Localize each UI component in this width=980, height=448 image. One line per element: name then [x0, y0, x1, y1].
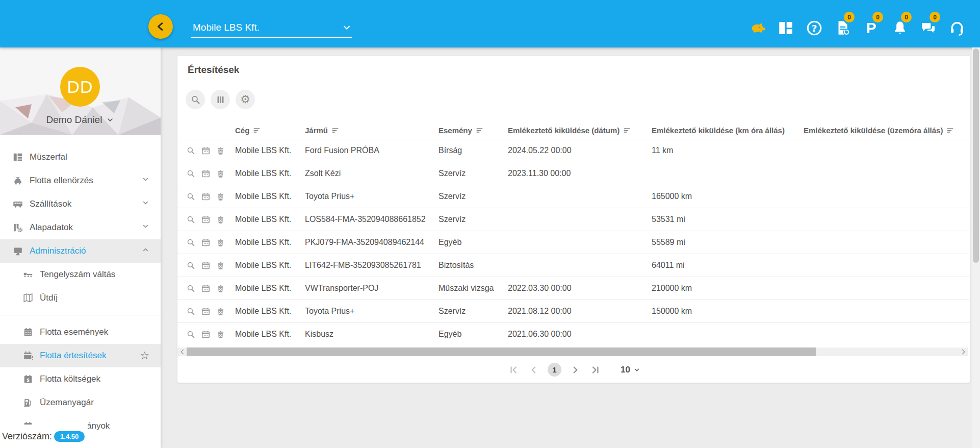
reports-button[interactable]: 0 — [833, 16, 853, 37]
header-reminder-hours[interactable]: Emlékeztető kiküldése (üzemóra állás) — [804, 126, 970, 135]
fuel-pump-icon: F — [22, 397, 34, 408]
table-row[interactable]: Mobile LBS Kft. Toyota Prius+ Szervíz 16… — [177, 185, 970, 208]
sidebar-nav: Müszerfal Flotta ellenörzés Szállítások … — [0, 145, 161, 438]
back-button[interactable] — [148, 14, 173, 39]
avatar[interactable]: DD — [60, 67, 100, 107]
sidebar-item-fleet-check[interactable]: Flotta ellenörzés — [0, 169, 161, 192]
piggy-bank-button[interactable] — [747, 16, 767, 37]
vertical-scrollbar[interactable] — [972, 47, 980, 448]
row-view-button[interactable] — [186, 261, 196, 270]
last-page-button[interactable] — [589, 363, 602, 377]
row-calendar-button[interactable] — [201, 215, 211, 225]
header-reminder-date[interactable]: Emlékeztető kiküldése (dátum) — [508, 126, 652, 135]
row-calendar-button[interactable] — [201, 284, 211, 293]
dashboard-grid-button[interactable] — [776, 16, 795, 37]
row-calendar-button[interactable] — [201, 146, 211, 156]
row-calendar-button[interactable] — [201, 192, 211, 202]
row-delete-button[interactable] — [216, 284, 225, 293]
sidebar-item-fuel-price[interactable]: F Üzemanyagár — [0, 391, 161, 414]
cell-company: Mobile LBS Kft. — [235, 192, 305, 201]
user-menu[interactable]: Demo Dániel — [0, 114, 161, 126]
favorite-star-icon[interactable]: ☆ — [140, 350, 149, 362]
sidebar-item-fleet-costs[interactable]: $ Flotta költségek — [0, 367, 161, 391]
table-row[interactable]: Mobile LBS Kft. Ford Fusion PRÓBA Bírság… — [177, 139, 970, 162]
header-vehicle[interactable]: Jármű — [305, 126, 439, 135]
row-delete-button[interactable] — [216, 146, 225, 156]
cell-event: Szervíz — [439, 215, 508, 224]
sidebar-item-master-data[interactable]: Alapadatok — [0, 216, 161, 239]
sidebar-item-label: Szállítások — [30, 199, 71, 209]
cell-vehicle: Zsolt Kézi — [305, 169, 439, 178]
sidebar-item-transports[interactable]: Szállítások — [0, 192, 161, 216]
cell-event: Egyéb — [439, 238, 508, 247]
horizontal-scroll-thumb[interactable] — [187, 347, 816, 356]
messages-button[interactable]: 0 — [918, 16, 938, 37]
piggy-bank-icon — [749, 19, 766, 37]
row-calendar-button[interactable] — [201, 330, 211, 339]
settings-button[interactable]: ⚙ — [236, 90, 255, 109]
header-event[interactable]: Esemény — [439, 126, 508, 135]
table-row[interactable]: Mobile LBS Kft. Kisbusz Egyéb 2021.06.30… — [177, 322, 970, 345]
notifications-button[interactable]: 0 — [890, 16, 910, 37]
header-company[interactable]: Cég — [235, 126, 305, 135]
first-page-button[interactable] — [507, 363, 520, 377]
row-delete-button[interactable] — [216, 238, 225, 247]
row-view-button[interactable] — [186, 330, 196, 339]
help-button[interactable]: ? — [804, 16, 824, 37]
next-page-button[interactable] — [569, 363, 582, 377]
row-calendar-button[interactable] — [201, 307, 211, 316]
row-view-button[interactable] — [186, 215, 196, 225]
scroll-left-arrow[interactable] — [178, 347, 186, 356]
table-row[interactable]: Mobile LBS Kft. VWTransporter-POJ Műszak… — [177, 277, 970, 300]
row-view-button[interactable] — [186, 238, 196, 247]
row-view-button[interactable] — [186, 284, 196, 293]
vertical-scroll-thumb[interactable] — [973, 48, 979, 263]
row-view-button[interactable] — [186, 192, 196, 202]
search-button[interactable] — [186, 90, 205, 109]
sort-icon — [623, 127, 631, 134]
table-row[interactable]: Mobile LBS Kft. Zsolt Kézi Szervíz 2023.… — [177, 162, 970, 185]
row-view-button[interactable] — [186, 169, 196, 179]
page-size-select[interactable]: 10 — [621, 365, 640, 375]
dashboard-grid-icon — [777, 19, 794, 37]
support-button[interactable] — [947, 16, 967, 37]
row-delete-button[interactable] — [216, 307, 225, 316]
sort-icon — [331, 127, 339, 134]
row-delete-button[interactable] — [216, 330, 225, 339]
table-row[interactable]: Mobile LBS Kft. LIT642-FMB-3520930852617… — [177, 254, 970, 277]
horizontal-scrollbar[interactable] — [177, 347, 968, 356]
row-delete-button[interactable] — [216, 169, 225, 179]
row-delete-button[interactable] — [216, 261, 225, 270]
row-calendar-button[interactable] — [201, 238, 211, 247]
profile-section: DD Demo Dániel — [0, 47, 161, 135]
sidebar-item-label: Flotta események — [40, 327, 108, 337]
columns-button[interactable] — [211, 90, 230, 109]
table-row[interactable]: Mobile LBS Kft. PKJ079-FMA-3520940894621… — [177, 231, 970, 254]
sidebar-item-fleet-notifications[interactable]: Flotta értesítések ☆ — [0, 344, 161, 367]
sidebar-item-dashboard[interactable]: Müszerfal — [0, 145, 161, 169]
parking-button[interactable]: P 0 — [861, 16, 881, 37]
cell-reminder-km: 53531 mi — [652, 215, 804, 224]
page-size-value: 10 — [621, 365, 630, 375]
row-view-button[interactable] — [186, 307, 196, 316]
header-reminder-km[interactable]: Emlékeztető kiküldése (km óra állás) — [652, 126, 804, 135]
scroll-right-arrow[interactable] — [960, 347, 967, 356]
sidebar-item-label: ányok — [87, 421, 110, 431]
row-delete-button[interactable] — [216, 192, 225, 202]
sidebar-item-fleet-events[interactable]: Flotta események — [0, 320, 161, 344]
cell-reminder-date: 2021.08.12 00:00 — [508, 307, 652, 316]
sidebar-item-toll[interactable]: Útdíj — [0, 286, 161, 310]
row-calendar-button[interactable] — [201, 169, 211, 179]
sidebar-item-administration[interactable]: Adminisztráció — [0, 239, 161, 263]
sidebar-item-axle-change[interactable]: Tengelyszám váltás — [0, 263, 161, 286]
current-page[interactable]: 1 — [548, 363, 561, 377]
row-view-button[interactable] — [186, 146, 196, 156]
table-row[interactable]: Mobile LBS Kft. Toyota Prius+ Szervíz 20… — [177, 300, 970, 322]
cell-event: Szervíz — [439, 169, 508, 178]
row-calendar-button[interactable] — [201, 261, 211, 270]
table-header-row: Cég Jármű Esemény Emlékeztető kiküldése … — [177, 121, 970, 139]
row-delete-button[interactable] — [216, 215, 225, 225]
table-row[interactable]: Mobile LBS Kft. LOS584-FMA-3520940886618… — [177, 208, 970, 231]
company-select[interactable]: Mobile LBS Kft. — [191, 18, 352, 38]
previous-page-button[interactable] — [527, 363, 540, 377]
